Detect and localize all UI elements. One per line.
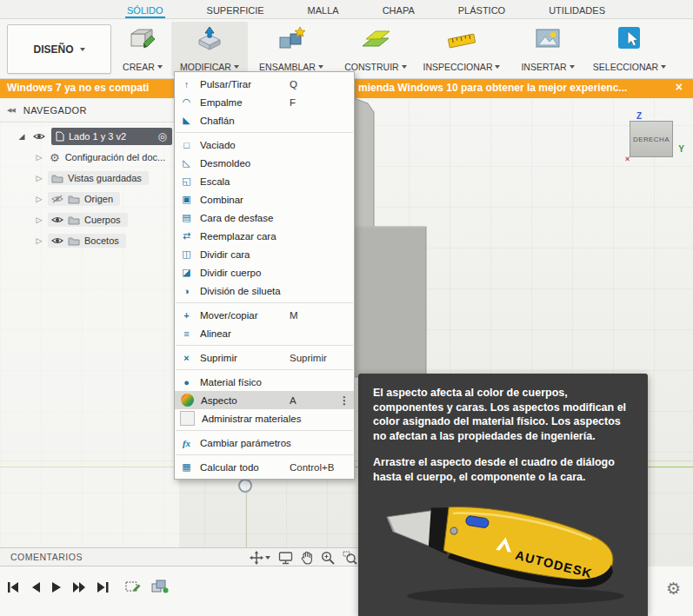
- step-forward-icon[interactable]: [72, 581, 86, 593]
- menu-item-cara-de-desfase[interactable]: ▤ Cara de desfase: [175, 209, 354, 227]
- tab-chapa[interactable]: CHAPA: [381, 2, 416, 18]
- visibility-eye-icon[interactable]: [51, 236, 63, 245]
- offset-face-icon: ▤: [180, 211, 193, 224]
- menu-separator: [176, 369, 353, 370]
- create-icon: [129, 24, 157, 52]
- zoom-in-icon[interactable]: [321, 551, 335, 565]
- design-mode-dropdown[interactable]: DISEÑO: [7, 24, 111, 74]
- menu-item-vaciado[interactable]: □ Vaciado: [175, 136, 354, 154]
- navigator-title: NAVEGADOR: [23, 105, 87, 116]
- document-icon: [56, 131, 64, 142]
- menu-item-reemplazar-cara[interactable]: ⇄ Reemplazar cara: [175, 227, 354, 245]
- ribbon-tab-bar: SÓLIDO SUPERFICIE MALLA CHAPA PLÁSTICO U…: [0, 0, 693, 19]
- viewcube[interactable]: DERECHA Z Y ×: [630, 121, 673, 157]
- expand-closed-icon[interactable]: ▷: [35, 195, 43, 203]
- insert-icon: [535, 24, 561, 52]
- chevron-down-icon: [570, 65, 575, 69]
- tree-row-bodies[interactable]: ▷ Cuerpos: [0, 210, 179, 229]
- menu-item-chaflan[interactable]: ◣ Chaflán: [175, 111, 354, 129]
- expand-closed-icon[interactable]: ▷: [35, 153, 43, 162]
- tree-chip[interactable]: Bocetos: [48, 234, 126, 248]
- gear-icon[interactable]: ⚙: [666, 579, 681, 599]
- menu-item-mover-copiar[interactable]: + Mover/copiarM: [175, 306, 354, 324]
- tree-row-origin[interactable]: ▷ Origen: [0, 189, 179, 209]
- fusion360-window: SÓLIDO SUPERFICIE MALLA CHAPA PLÁSTICO U…: [0, 0, 693, 616]
- pan-icon[interactable]: [250, 551, 270, 565]
- grab-hand-icon[interactable]: [301, 551, 313, 565]
- toolbar-group-seleccionar[interactable]: SELECCIONAR: [591, 22, 668, 76]
- extrude-feature-icon[interactable]: [151, 580, 169, 597]
- menu-item-escala[interactable]: ◱ Escala: [175, 172, 354, 190]
- menu-item-empalme[interactable]: ◠ EmpalmeF: [175, 93, 354, 111]
- menu-item-calcular-todo[interactable]: ▦ Calcular todoControl+B: [175, 458, 354, 476]
- close-icon[interactable]: ×: [676, 80, 683, 94]
- chevron-down-icon: [265, 556, 270, 560]
- toolbar-group-construir[interactable]: CONSTRUIR: [337, 22, 414, 76]
- toolbar-group-modificar[interactable]: MODIFICAR: [171, 22, 248, 76]
- menu-item-dividir-cuerpo[interactable]: ◪ Dividir cuerpo: [175, 263, 354, 282]
- toolbar-group-inspeccionar[interactable]: INSPECCIONAR: [423, 22, 500, 76]
- menu-item-pulsar-tirar[interactable]: ↑ Pulsar/TirarQ: [175, 75, 354, 93]
- menu-item-cambiar-parametros[interactable]: fx Cambiar parámetros: [175, 434, 354, 452]
- tree-chip[interactable]: Origen: [48, 192, 120, 206]
- design-mode-label: DISEÑO: [33, 43, 73, 56]
- menu-separator: [176, 345, 353, 346]
- expand-open-icon[interactable]: ◢: [17, 132, 26, 141]
- tab-utilidades[interactable]: UTILIDADES: [547, 2, 607, 18]
- toolbar-group-ensamblar[interactable]: ENSAMBLAR: [253, 22, 330, 76]
- tab-malla[interactable]: MALLA: [306, 2, 341, 18]
- activate-component-icon[interactable]: ◎: [158, 130, 167, 142]
- viewcube-z-axis-label: Z: [636, 111, 642, 121]
- align-icon: ≡: [180, 327, 193, 340]
- menu-item-dividir-cara[interactable]: ◫ Dividir cara: [175, 245, 354, 263]
- sketch-origin-handle[interactable]: [238, 479, 252, 493]
- viewcube-face-right[interactable]: DERECHA: [630, 121, 673, 157]
- tree-row-saved-views[interactable]: ▷ Vistas guardadas: [0, 169, 179, 188]
- menu-item-desmoldeo[interactable]: ◺ Desmoldeo: [175, 154, 354, 172]
- step-back-icon[interactable]: [30, 581, 41, 593]
- skip-to-start-icon[interactable]: [7, 581, 20, 593]
- visibility-eye-icon[interactable]: [51, 215, 63, 224]
- change-parameters-icon: fx: [180, 436, 193, 449]
- select-label: SELECCIONAR: [593, 62, 658, 72]
- tree-row-root[interactable]: ◢ Lado 1 y 3 v2 ◎: [0, 127, 179, 146]
- toolbar-group-insertar[interactable]: INSERTAR: [510, 22, 586, 76]
- display-settings-icon[interactable]: [278, 551, 293, 565]
- navigator-header: ◀◀ NAVEGADOR: [0, 98, 179, 123]
- play-icon[interactable]: [51, 581, 62, 593]
- root-component-selected[interactable]: Lado 1 y 3 v2 ◎: [51, 128, 172, 145]
- menu-item-division-de-silueta[interactable]: ◑ División de silueta: [175, 282, 354, 300]
- collapse-panel-icon[interactable]: ◀◀: [7, 107, 15, 114]
- tree-row-sketches[interactable]: ▷ Bocetos: [0, 231, 179, 250]
- expand-closed-icon[interactable]: ▷: [35, 174, 43, 182]
- tab-plastico[interactable]: PLÁSTICO: [456, 2, 507, 18]
- scale-icon: ◱: [180, 175, 193, 188]
- menu-item-suprimir[interactable]: × SuprimirSuprimir: [175, 348, 354, 367]
- tab-superficie[interactable]: SUPERFICIE: [205, 2, 266, 18]
- menu-item-material-fisico[interactable]: ● Material físico: [175, 373, 354, 391]
- tree-row-document-settings[interactable]: ▷ ⚙ Configuración del doc...: [0, 148, 179, 167]
- menu-item-alinear[interactable]: ≡ Alinear: [175, 324, 354, 342]
- navigator-panel: ◀◀ NAVEGADOR ◢ Lado 1 y 3 v2 ◎ ▷ ⚙ Confi…: [0, 98, 179, 550]
- tab-solido[interactable]: SÓLIDO: [125, 2, 165, 18]
- chevron-down-icon: [495, 65, 500, 69]
- tree-chip[interactable]: Vistas guardadas: [48, 171, 149, 185]
- menu-item-combinar[interactable]: ▣ Combinar: [175, 190, 354, 209]
- tree-row-label: Bocetos: [84, 235, 119, 246]
- menu-item-aspecto[interactable]: AspectoA ⋮: [175, 391, 354, 409]
- toolbar-group-crear[interactable]: CREAR: [104, 22, 181, 76]
- 3d-model-body[interactable]: [343, 98, 439, 389]
- tooltip-paragraph-2: Arrastre el aspecto desde el cuadro de d…: [373, 455, 633, 484]
- expand-closed-icon[interactable]: ▷: [35, 215, 43, 224]
- visibility-eye-icon[interactable]: [33, 132, 45, 141]
- zoom-window-icon[interactable]: [343, 551, 357, 565]
- menu-item-administrar-materiales[interactable]: Administrar materiales: [175, 409, 354, 427]
- sketch-feature-icon[interactable]: [125, 580, 141, 597]
- visibility-off-eye-icon[interactable]: [51, 195, 63, 203]
- skip-to-end-icon[interactable]: [97, 581, 110, 593]
- tree-chip[interactable]: Cuerpos: [48, 213, 128, 227]
- replace-face-icon: ⇄: [180, 229, 193, 242]
- expand-closed-icon[interactable]: ▷: [35, 236, 43, 245]
- more-options-icon[interactable]: ⋮: [339, 394, 350, 407]
- compute-all-icon: ▦: [180, 460, 193, 474]
